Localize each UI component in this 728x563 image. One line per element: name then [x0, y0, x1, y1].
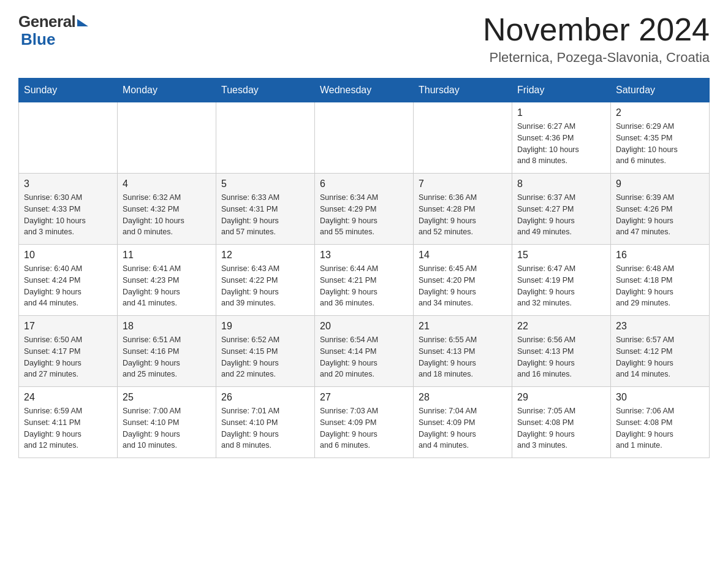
calendar-week-4: 17Sunrise: 6:50 AMSunset: 4:17 PMDayligh… [19, 316, 710, 387]
day-info: Sunrise: 6:33 AMSunset: 4:31 PMDaylight:… [221, 192, 309, 238]
calendar-day: 6Sunrise: 6:34 AMSunset: 4:29 PMDaylight… [315, 174, 414, 245]
calendar-day: 29Sunrise: 7:05 AMSunset: 4:08 PMDayligh… [512, 387, 611, 458]
calendar-day: 15Sunrise: 6:47 AMSunset: 4:19 PMDayligh… [512, 245, 611, 316]
calendar-day: 30Sunrise: 7:06 AMSunset: 4:08 PMDayligh… [611, 387, 710, 458]
day-info: Sunrise: 7:03 AMSunset: 4:09 PMDaylight:… [320, 405, 408, 451]
calendar-week-3: 10Sunrise: 6:40 AMSunset: 4:24 PMDayligh… [19, 245, 710, 316]
calendar-day: 1Sunrise: 6:27 AMSunset: 4:36 PMDaylight… [512, 102, 611, 174]
day-info: Sunrise: 6:59 AMSunset: 4:11 PMDaylight:… [24, 405, 112, 451]
day-number: 17 [24, 321, 112, 332]
day-info: Sunrise: 6:48 AMSunset: 4:18 PMDaylight:… [616, 263, 704, 309]
logo: General Blue [18, 12, 88, 49]
calendar-day [414, 102, 512, 174]
calendar-day: 13Sunrise: 6:44 AMSunset: 4:21 PMDayligh… [315, 245, 414, 316]
calendar-day: 27Sunrise: 7:03 AMSunset: 4:09 PMDayligh… [315, 387, 414, 458]
page-header: General Blue November 2024 Pleternica, P… [18, 12, 710, 66]
calendar-day: 20Sunrise: 6:54 AMSunset: 4:14 PMDayligh… [315, 316, 414, 387]
calendar-week-5: 24Sunrise: 6:59 AMSunset: 4:11 PMDayligh… [19, 387, 710, 458]
calendar-week-2: 3Sunrise: 6:30 AMSunset: 4:33 PMDaylight… [19, 174, 710, 245]
day-number: 4 [123, 178, 211, 190]
day-info: Sunrise: 7:01 AMSunset: 4:10 PMDaylight:… [221, 405, 309, 451]
day-info: Sunrise: 6:45 AMSunset: 4:20 PMDaylight:… [419, 263, 507, 309]
day-info: Sunrise: 6:32 AMSunset: 4:32 PMDaylight:… [123, 192, 211, 238]
header-wednesday: Wednesday [315, 79, 414, 102]
day-info: Sunrise: 6:47 AMSunset: 4:19 PMDaylight:… [517, 263, 605, 309]
calendar-day: 23Sunrise: 6:57 AMSunset: 4:12 PMDayligh… [611, 316, 710, 387]
day-info: Sunrise: 7:04 AMSunset: 4:09 PMDaylight:… [419, 405, 507, 451]
day-number: 3 [24, 178, 112, 190]
logo-general: General [18, 12, 75, 31]
day-info: Sunrise: 6:56 AMSunset: 4:13 PMDaylight:… [517, 334, 605, 380]
calendar-day: 14Sunrise: 6:45 AMSunset: 4:20 PMDayligh… [414, 245, 512, 316]
day-number: 26 [221, 392, 309, 403]
calendar-day [118, 102, 216, 174]
calendar-day: 12Sunrise: 6:43 AMSunset: 4:22 PMDayligh… [216, 245, 315, 316]
day-info: Sunrise: 6:51 AMSunset: 4:16 PMDaylight:… [123, 334, 211, 380]
day-number: 23 [616, 321, 704, 332]
day-number: 1 [517, 107, 605, 118]
day-number: 20 [320, 321, 408, 332]
day-number: 29 [517, 392, 605, 403]
calendar-day [216, 102, 315, 174]
day-info: Sunrise: 6:50 AMSunset: 4:17 PMDaylight:… [24, 334, 112, 380]
day-number: 21 [419, 321, 507, 332]
day-number: 13 [320, 250, 408, 261]
day-info: Sunrise: 6:39 AMSunset: 4:26 PMDaylight:… [616, 192, 704, 238]
day-info: Sunrise: 6:37 AMSunset: 4:27 PMDaylight:… [517, 192, 605, 238]
day-number: 28 [419, 392, 507, 403]
calendar-day: 16Sunrise: 6:48 AMSunset: 4:18 PMDayligh… [611, 245, 710, 316]
day-info: Sunrise: 6:55 AMSunset: 4:13 PMDaylight:… [419, 334, 507, 380]
day-info: Sunrise: 7:00 AMSunset: 4:10 PMDaylight:… [123, 405, 211, 451]
calendar-day: 5Sunrise: 6:33 AMSunset: 4:31 PMDaylight… [216, 174, 315, 245]
day-number: 7 [419, 178, 507, 190]
day-info: Sunrise: 6:40 AMSunset: 4:24 PMDaylight:… [24, 263, 112, 309]
day-number: 9 [616, 178, 704, 190]
calendar-week-1: 1Sunrise: 6:27 AMSunset: 4:36 PMDaylight… [19, 102, 710, 174]
day-info: Sunrise: 6:34 AMSunset: 4:29 PMDaylight:… [320, 192, 408, 238]
header-sunday: Sunday [19, 79, 118, 102]
day-number: 2 [616, 107, 704, 118]
month-year-title: November 2024 [483, 12, 710, 47]
calendar-day: 3Sunrise: 6:30 AMSunset: 4:33 PMDaylight… [19, 174, 118, 245]
calendar-day: 19Sunrise: 6:52 AMSunset: 4:15 PMDayligh… [216, 316, 315, 387]
header-friday: Friday [512, 79, 611, 102]
day-info: Sunrise: 6:54 AMSunset: 4:14 PMDaylight:… [320, 334, 408, 380]
calendar-day: 8Sunrise: 6:37 AMSunset: 4:27 PMDaylight… [512, 174, 611, 245]
calendar-day [315, 102, 414, 174]
calendar-day: 9Sunrise: 6:39 AMSunset: 4:26 PMDaylight… [611, 174, 710, 245]
day-info: Sunrise: 6:57 AMSunset: 4:12 PMDaylight:… [616, 334, 704, 380]
calendar-day [19, 102, 118, 174]
header-monday: Monday [118, 79, 216, 102]
day-info: Sunrise: 6:52 AMSunset: 4:15 PMDaylight:… [221, 334, 309, 380]
day-number: 14 [419, 250, 507, 261]
title-block: November 2024 Pleternica, Pozega-Slavoni… [483, 12, 710, 66]
header-saturday: Saturday [611, 79, 710, 102]
logo-arrow-icon [77, 19, 88, 26]
calendar-day: 7Sunrise: 6:36 AMSunset: 4:28 PMDaylight… [414, 174, 512, 245]
header-tuesday: Tuesday [216, 79, 315, 102]
day-info: Sunrise: 7:05 AMSunset: 4:08 PMDaylight:… [517, 405, 605, 451]
calendar-day: 28Sunrise: 7:04 AMSunset: 4:09 PMDayligh… [414, 387, 512, 458]
day-number: 30 [616, 392, 704, 403]
day-info: Sunrise: 6:29 AMSunset: 4:35 PMDaylight:… [616, 121, 704, 167]
calendar-table: SundayMondayTuesdayWednesdayThursdayFrid… [18, 78, 710, 458]
calendar-day: 25Sunrise: 7:00 AMSunset: 4:10 PMDayligh… [118, 387, 216, 458]
day-number: 8 [517, 178, 605, 190]
day-number: 6 [320, 178, 408, 190]
calendar-day: 26Sunrise: 7:01 AMSunset: 4:10 PMDayligh… [216, 387, 315, 458]
logo-blue: Blue [21, 30, 55, 49]
day-number: 16 [616, 250, 704, 261]
day-number: 22 [517, 321, 605, 332]
day-number: 10 [24, 250, 112, 261]
calendar-day: 4Sunrise: 6:32 AMSunset: 4:32 PMDaylight… [118, 174, 216, 245]
day-info: Sunrise: 6:36 AMSunset: 4:28 PMDaylight:… [419, 192, 507, 238]
day-number: 18 [123, 321, 211, 332]
calendar-day: 11Sunrise: 6:41 AMSunset: 4:23 PMDayligh… [118, 245, 216, 316]
day-info: Sunrise: 7:06 AMSunset: 4:08 PMDaylight:… [616, 405, 704, 451]
location-subtitle: Pleternica, Pozega-Slavonia, Croatia [483, 50, 710, 66]
day-info: Sunrise: 6:27 AMSunset: 4:36 PMDaylight:… [517, 121, 605, 167]
calendar-day: 17Sunrise: 6:50 AMSunset: 4:17 PMDayligh… [19, 316, 118, 387]
calendar-header-row: SundayMondayTuesdayWednesdayThursdayFrid… [19, 79, 710, 102]
calendar-day: 2Sunrise: 6:29 AMSunset: 4:35 PMDaylight… [611, 102, 710, 174]
day-info: Sunrise: 6:30 AMSunset: 4:33 PMDaylight:… [24, 192, 112, 238]
